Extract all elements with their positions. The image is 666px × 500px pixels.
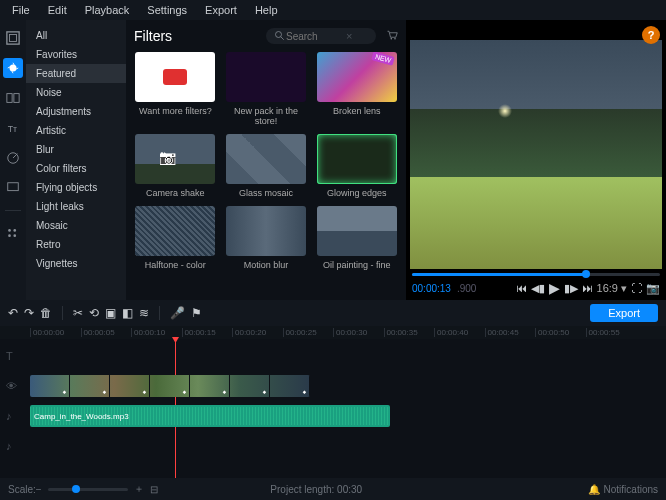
search-box[interactable]: ×: [266, 28, 376, 44]
menu-export[interactable]: Export: [197, 2, 245, 18]
cat-retro[interactable]: Retro: [26, 235, 126, 254]
cat-blur[interactable]: Blur: [26, 140, 126, 159]
cat-artistic[interactable]: Artistic: [26, 121, 126, 140]
cat-light-leaks[interactable]: Light leaks: [26, 197, 126, 216]
record-icon[interactable]: 🎤: [170, 306, 185, 320]
tool-stickers-icon[interactable]: [3, 148, 23, 168]
timeline[interactable]: T 👁 ♪ Camp_in_the_Woods.mp3 ♪: [0, 339, 666, 478]
tool-filters-icon[interactable]: [3, 58, 23, 78]
time-ruler[interactable]: 00:00:0000:00:0500:00:1000:00:1500:00:20…: [0, 326, 666, 339]
menu-file[interactable]: File: [4, 2, 38, 18]
menu-help[interactable]: Help: [247, 2, 286, 18]
cat-flying-objects[interactable]: Flying objects: [26, 178, 126, 197]
step-back-icon[interactable]: ◀▮: [531, 282, 545, 295]
marker-icon[interactable]: ⚑: [191, 306, 202, 320]
notifications-button[interactable]: 🔔 Notifications: [588, 484, 658, 495]
audio-track-2[interactable]: ♪: [30, 433, 666, 459]
status-bar: Scale: − ＋ ⊟ Project length: 00:30 🔔 Not…: [0, 478, 666, 500]
ruler-tick: 00:00:55: [586, 328, 637, 337]
help-icon[interactable]: ?: [642, 26, 660, 44]
tool-transitions-icon[interactable]: [3, 88, 23, 108]
video-clip[interactable]: [30, 375, 310, 397]
play-icon[interactable]: ▶: [549, 280, 560, 296]
snapshot-icon[interactable]: 📷: [646, 282, 660, 295]
seek-bar[interactable]: [412, 273, 660, 276]
filter-card[interactable]: New pack in the store!: [225, 52, 308, 126]
filter-card[interactable]: Glowing edges: [315, 134, 398, 198]
rotate-icon[interactable]: ⟲: [89, 306, 99, 320]
title-track-icon: T: [6, 350, 18, 362]
title-track[interactable]: T: [30, 343, 666, 369]
fullscreen-icon[interactable]: ⛶: [631, 282, 642, 294]
transition-wizard-icon[interactable]: ≋: [139, 306, 149, 320]
next-frame-icon[interactable]: ⏭: [582, 282, 593, 294]
audio-track[interactable]: ♪ Camp_in_the_Woods.mp3: [30, 403, 666, 429]
delete-icon[interactable]: 🗑: [40, 306, 52, 320]
step-fwd-icon[interactable]: ▮▶: [564, 282, 578, 295]
filter-label: Oil painting - fine: [323, 260, 391, 270]
filter-card[interactable]: Camera shake: [134, 134, 217, 198]
filter-label: Glowing edges: [327, 188, 387, 198]
zoom-out-icon[interactable]: −: [36, 484, 42, 495]
scale-slider[interactable]: [48, 488, 128, 491]
cat-vignettes[interactable]: Vignettes: [26, 254, 126, 273]
filter-label: Motion blur: [244, 260, 289, 270]
svg-point-9: [13, 229, 16, 232]
prev-frame-icon[interactable]: ⏮: [516, 282, 527, 294]
clear-search-icon[interactable]: ×: [346, 30, 352, 42]
filter-card[interactable]: NEWBroken lens: [315, 52, 398, 126]
category-list: All Favorites Featured Noise Adjustments…: [26, 20, 126, 300]
undo-icon[interactable]: ↶: [8, 306, 18, 320]
tool-callouts-icon[interactable]: [3, 178, 23, 198]
filter-label: Camera shake: [146, 188, 205, 198]
cat-color-filters[interactable]: Color filters: [26, 159, 126, 178]
ruler-tick: 00:00:40: [434, 328, 485, 337]
audio-track-2-icon: ♪: [6, 440, 18, 452]
cut-icon[interactable]: ✂: [73, 306, 83, 320]
cart-icon[interactable]: [386, 29, 398, 43]
filter-label: Glass mosaic: [239, 188, 293, 198]
video-track-icon: 👁: [6, 380, 18, 392]
filter-label: New pack in the store!: [225, 106, 308, 126]
menu-playback[interactable]: Playback: [77, 2, 138, 18]
cat-favorites[interactable]: Favorites: [26, 45, 126, 64]
cat-featured[interactable]: Featured: [26, 64, 126, 83]
cat-adjustments[interactable]: Adjustments: [26, 102, 126, 121]
filter-label: Broken lens: [333, 106, 381, 116]
scale-label: Scale:: [8, 484, 36, 495]
zoom-fit-icon[interactable]: ⊟: [150, 484, 158, 495]
menu-settings[interactable]: Settings: [139, 2, 195, 18]
filter-card[interactable]: Glass mosaic: [225, 134, 308, 198]
ruler-tick: 00:00:25: [283, 328, 334, 337]
preview-video[interactable]: [410, 40, 662, 269]
video-track[interactable]: 👁: [30, 373, 666, 399]
ruler-tick: 00:00:50: [535, 328, 586, 337]
timeline-toolbar: ↶ ↷ 🗑 ✂ ⟲ ▣ ◧ ≋ 🎤 ⚑ Export: [0, 300, 666, 326]
tool-titles-icon[interactable]: Tт: [3, 118, 23, 138]
timecode: 00:00:13: [412, 283, 451, 294]
export-button[interactable]: Export: [590, 304, 658, 322]
cat-all[interactable]: All: [26, 26, 126, 45]
svg-point-13: [391, 38, 393, 40]
cat-mosaic[interactable]: Mosaic: [26, 216, 126, 235]
aspect-ratio[interactable]: 16:9 ▾: [597, 282, 627, 295]
redo-icon[interactable]: ↷: [24, 306, 34, 320]
color-icon[interactable]: ◧: [122, 306, 133, 320]
tool-more-icon[interactable]: [3, 223, 23, 243]
svg-rect-1: [10, 35, 17, 42]
audio-clip[interactable]: Camp_in_the_Woods.mp3: [30, 405, 390, 427]
filters-panel: Filters × Want more filters?New pack in …: [126, 20, 406, 300]
filter-card[interactable]: Want more filters?: [134, 52, 217, 126]
search-input[interactable]: [286, 31, 346, 42]
filter-card[interactable]: Motion blur: [225, 206, 308, 270]
menu-edit[interactable]: Edit: [40, 2, 75, 18]
filter-thumb: [135, 134, 215, 184]
zoom-in-icon[interactable]: ＋: [134, 482, 144, 496]
tool-media-icon[interactable]: [3, 28, 23, 48]
filter-card[interactable]: Oil painting - fine: [315, 206, 398, 270]
svg-rect-0: [7, 32, 19, 44]
filter-card[interactable]: Halftone - color: [134, 206, 217, 270]
cat-noise[interactable]: Noise: [26, 83, 126, 102]
crop-icon[interactable]: ▣: [105, 306, 116, 320]
audio-track-icon: ♪: [6, 410, 18, 422]
